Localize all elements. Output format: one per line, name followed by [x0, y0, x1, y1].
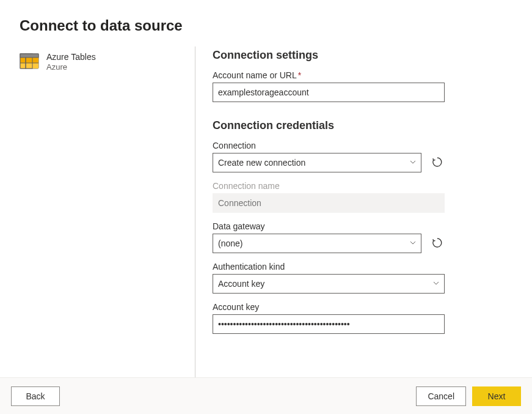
account-name-input[interactable] [213, 83, 445, 102]
svg-rect-3 [20, 63, 38, 68]
refresh-icon [432, 157, 443, 169]
required-marker: * [298, 70, 301, 80]
cancel-button[interactable]: Cancel [416, 386, 466, 406]
connection-name-input [213, 193, 445, 213]
source-provider: Azure [46, 62, 96, 73]
account-key-label: Account key [213, 302, 445, 312]
auth-kind-select[interactable]: Account key [213, 274, 445, 294]
connection-select[interactable]: Create new connection [213, 153, 421, 172]
refresh-connection-button[interactable] [430, 155, 445, 170]
source-name: Azure Tables [46, 51, 96, 62]
refresh-icon [432, 237, 443, 250]
connection-name-label: Connection name [213, 181, 445, 191]
svg-rect-2 [20, 57, 38, 63]
footer-bar: Back Cancel Next [0, 377, 532, 414]
settings-heading: Connection settings [213, 49, 512, 62]
back-button[interactable]: Back [11, 386, 60, 406]
account-name-label: Account name or URL* [213, 70, 445, 80]
next-button[interactable]: Next [472, 386, 521, 406]
account-key-input[interactable] [213, 314, 445, 334]
source-panel: Azure Tables Azure [20, 46, 195, 377]
data-gateway-select[interactable]: (none) [213, 234, 421, 253]
azure-tables-icon [20, 51, 39, 71]
connection-label: Connection [213, 141, 445, 150]
refresh-gateway-button[interactable] [430, 236, 445, 251]
credentials-heading: Connection credentials [213, 119, 512, 132]
data-gateway-label: Data gateway [213, 221, 445, 231]
auth-kind-label: Authentication kind [213, 262, 445, 272]
page-title: Connect to data source [20, 17, 512, 34]
svg-rect-6 [20, 54, 38, 57]
